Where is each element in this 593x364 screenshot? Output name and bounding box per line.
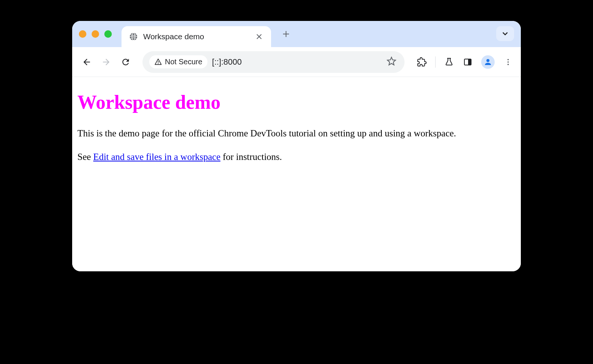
security-indicator[interactable]: Not Secure: [149, 55, 208, 68]
page-content: Workspace demo This is the demo page for…: [72, 77, 521, 271]
page-heading: Workspace demo: [77, 91, 516, 113]
svg-point-13: [507, 59, 509, 60]
svg-point-8: [158, 63, 159, 64]
paragraph2-prefix: See: [77, 152, 93, 162]
bookmark-button[interactable]: [387, 56, 398, 68]
tab-search-dropdown[interactable]: [496, 26, 514, 41]
page-paragraph-2: See Edit and save files in a workspace f…: [77, 150, 516, 163]
profile-button[interactable]: [481, 55, 495, 69]
menu-button[interactable]: [503, 57, 513, 67]
window-controls: [79, 30, 112, 38]
toolbar-actions: [417, 55, 513, 69]
back-button[interactable]: [80, 55, 94, 69]
svg-point-14: [507, 61, 509, 63]
browser-window: Workspace demo Not Secure: [72, 21, 521, 271]
tab-close-button[interactable]: [255, 32, 264, 41]
svg-point-12: [486, 59, 489, 62]
address-bar[interactable]: Not Secure [::]:8000: [142, 51, 405, 73]
tab-bar: Workspace demo: [72, 21, 521, 47]
tab-title: Workspace demo: [143, 32, 249, 41]
warning-icon: [154, 58, 162, 66]
reload-button[interactable]: [119, 55, 133, 69]
url-text: [::]:8000: [212, 57, 382, 67]
browser-toolbar: Not Secure [::]:8000: [72, 47, 521, 77]
browser-tab[interactable]: Workspace demo: [122, 26, 271, 47]
page-paragraph-1: This is the demo page for the official C…: [77, 127, 516, 140]
labs-button[interactable]: [444, 57, 454, 67]
svg-rect-11: [468, 59, 471, 65]
extensions-button[interactable]: [417, 57, 427, 67]
window-minimize-button[interactable]: [92, 30, 99, 38]
instructions-link[interactable]: Edit and save files in a workspace: [93, 152, 220, 162]
svg-point-15: [507, 64, 509, 65]
new-tab-button[interactable]: [279, 27, 294, 41]
toolbar-divider: [435, 56, 436, 68]
paragraph2-suffix: for instructions.: [221, 152, 282, 162]
side-panel-button[interactable]: [463, 57, 473, 67]
window-maximize-button[interactable]: [104, 30, 112, 38]
security-label: Not Secure: [165, 58, 202, 66]
window-close-button[interactable]: [79, 30, 86, 38]
forward-button[interactable]: [99, 55, 113, 69]
globe-icon: [129, 32, 138, 41]
